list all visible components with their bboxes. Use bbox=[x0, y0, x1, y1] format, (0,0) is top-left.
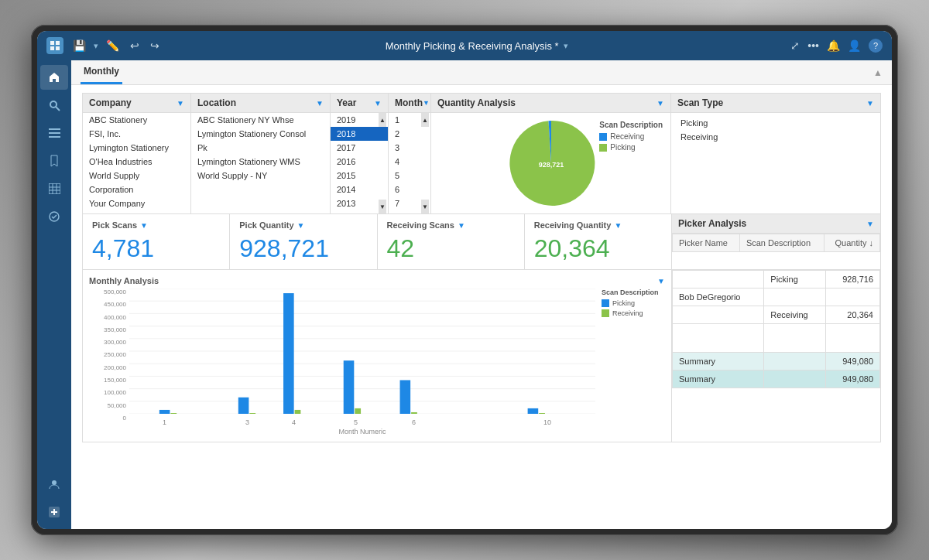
y-label-150k: 150,000 bbox=[89, 377, 126, 384]
topbar-tools: 💾 ▾ ✏️ ↩ ↪ bbox=[70, 38, 163, 53]
month-filter-header: Month ▼ bbox=[389, 94, 430, 113]
edit-btn[interactable]: ✏️ bbox=[103, 38, 122, 53]
location-item-3[interactable]: Lymington Stationery WMS bbox=[191, 155, 330, 169]
topbar-left: 💾 ▾ ✏️ ↩ ↪ bbox=[46, 37, 163, 54]
month-scroll-up[interactable]: ▲ bbox=[421, 113, 429, 127]
sidebar-item-table[interactable] bbox=[40, 176, 68, 201]
sidebar-item-add[interactable] bbox=[40, 500, 68, 524]
pick-qty-filter[interactable]: ▼ bbox=[297, 221, 305, 230]
redo-btn[interactable]: ↪ bbox=[147, 38, 163, 53]
y-label-500k: 500,000 bbox=[89, 289, 126, 295]
help-icon[interactable]: ? bbox=[869, 39, 883, 53]
legend-receiving: Receiving bbox=[599, 132, 663, 141]
more-icon[interactable]: ••• bbox=[807, 39, 819, 52]
recv-qty-title: Receiving Quantity ▼ bbox=[534, 220, 662, 230]
topbar-right: ⤢ ••• 🔔 👤 ? bbox=[790, 39, 883, 53]
svg-rect-9 bbox=[49, 183, 60, 194]
undo-btn[interactable]: ↩ bbox=[127, 38, 142, 53]
month-item-3[interactable]: 3 bbox=[389, 141, 430, 155]
company-item-6[interactable]: Your Company bbox=[83, 196, 190, 210]
scan-desc-label: Scan Description bbox=[599, 121, 663, 129]
company-item-1[interactable]: FSI, Inc. bbox=[83, 127, 190, 141]
qty-analysis-filter-icon[interactable]: ▼ bbox=[656, 99, 664, 108]
qty-analysis-label: Quantity Analysis bbox=[437, 97, 516, 108]
picker-analysis-filter-icon[interactable]: ▼ bbox=[866, 220, 874, 228]
company-item-3[interactable]: O'Hea Industries bbox=[83, 155, 190, 169]
recv-qty-filter[interactable]: ▼ bbox=[614, 221, 622, 230]
title-dropdown-icon[interactable]: ▾ bbox=[564, 41, 568, 51]
location-label: Location bbox=[197, 97, 236, 108]
sidebar-item-list[interactable] bbox=[40, 121, 68, 145]
x-label-4: 4 bbox=[292, 418, 296, 426]
sidebar-item-user-profile[interactable] bbox=[40, 472, 68, 497]
location-item-1[interactable]: Lymington Stationery Consol bbox=[191, 127, 330, 141]
month-scroll-down[interactable]: ▼ bbox=[421, 200, 429, 213]
month-item-2[interactable]: 2 bbox=[389, 127, 430, 141]
save-arrow[interactable]: ▾ bbox=[94, 41, 98, 51]
company-item-0[interactable]: ABC Stationery bbox=[83, 113, 190, 127]
x-label-1: 1 bbox=[163, 418, 166, 426]
year-item-2015[interactable]: 2015 bbox=[331, 169, 388, 183]
picker-row-1: Bob DeGregorio bbox=[673, 289, 880, 306]
monthly-analysis-section: Monthly Analysis ▼ 500,000 450,000 400,0… bbox=[82, 269, 672, 442]
company-item-2[interactable]: Lymington Stationery bbox=[83, 141, 190, 155]
recv-scans-filter[interactable]: ▼ bbox=[458, 221, 465, 230]
picker-name-0 bbox=[673, 271, 764, 289]
month-item-6[interactable]: 6 bbox=[389, 183, 430, 196]
bar-m5-picking bbox=[344, 360, 355, 414]
user-icon[interactable]: 👤 bbox=[848, 39, 861, 52]
bell-icon[interactable]: 🔔 bbox=[827, 39, 840, 52]
qty-legend: Scan Description Receiving Picking bbox=[599, 121, 663, 152]
year-item-2016[interactable]: 2016 bbox=[331, 155, 388, 169]
y-label-300k: 300,000 bbox=[89, 339, 126, 346]
expand-icon[interactable]: ⤢ bbox=[790, 39, 800, 52]
chart-area: 1 3 4 5 6 10 Month Numeric bbox=[129, 289, 595, 435]
scan-type-picking[interactable]: Picking bbox=[671, 116, 880, 130]
scan-type-filter-icon[interactable]: ▼ bbox=[866, 99, 874, 108]
picker-summary2-name: Summary bbox=[673, 370, 764, 388]
company-filter-icon[interactable]: ▼ bbox=[177, 99, 184, 108]
chart-right-panel: Scan Description Picking Receiving bbox=[595, 289, 665, 435]
location-filter: Location ▼ ABC Stationery NY Whse Lyming… bbox=[191, 94, 331, 213]
picker-col-name: Picker Name bbox=[673, 234, 740, 252]
kpi-picker-row: Pick Scans ▼ 4,781 Pick Quantity ▼ bbox=[82, 213, 881, 270]
sidebar-item-home[interactable] bbox=[40, 65, 68, 90]
year-scroll-up[interactable]: ▲ bbox=[379, 113, 386, 127]
tab-monthly[interactable]: Monthly bbox=[81, 60, 122, 84]
y-label-200k: 200,000 bbox=[89, 364, 126, 371]
picker-spacer-3 bbox=[673, 324, 764, 353]
topbar-center: Monthly Picking & Receiving Analysis * ▾ bbox=[163, 40, 790, 52]
year-filter-icon[interactable]: ▼ bbox=[374, 99, 382, 108]
year-item-2017[interactable]: 2017 bbox=[331, 141, 388, 155]
pick-scans-filter[interactable]: ▼ bbox=[140, 221, 148, 230]
year-item-2018[interactable]: 2018 bbox=[331, 127, 388, 141]
qty-pie-chart: 928,721 bbox=[505, 117, 598, 210]
company-item-5[interactable]: Corporation bbox=[83, 183, 190, 196]
company-item-4[interactable]: World Supply bbox=[83, 169, 190, 183]
scan-type-receiving[interactable]: Receiving bbox=[671, 130, 880, 144]
picker-col-qty: Quantity ↓ bbox=[824, 234, 879, 252]
year-scroll-down[interactable]: ▼ bbox=[379, 200, 386, 213]
month-item-5[interactable]: 5 bbox=[389, 169, 430, 183]
location-item-2[interactable]: Pk bbox=[191, 141, 330, 155]
sidebar-item-search[interactable] bbox=[40, 93, 68, 118]
monthly-filter-icon[interactable]: ▼ bbox=[657, 277, 665, 285]
qty-pie-container: 928,721 Scan Description Receiving bbox=[431, 113, 670, 213]
sidebar-item-bookmark[interactable] bbox=[40, 149, 68, 173]
collapse-button[interactable]: ▲ bbox=[873, 67, 883, 78]
bar-m10-picking bbox=[528, 408, 539, 414]
screen: 💾 ▾ ✏️ ↩ ↪ Monthly Picking & Receiving A… bbox=[37, 31, 892, 529]
y-label-100k: 100,000 bbox=[89, 389, 126, 396]
picker-row-summary1: Summary 949,080 bbox=[673, 353, 880, 370]
location-item-4[interactable]: World Supply - NY bbox=[191, 169, 330, 183]
save-btn[interactable]: 💾 bbox=[70, 38, 89, 53]
location-filter-icon[interactable]: ▼ bbox=[316, 99, 324, 108]
month-filter-icon[interactable]: ▼ bbox=[423, 99, 430, 107]
month-item-4[interactable]: 4 bbox=[389, 155, 430, 169]
year-item-2014[interactable]: 2014 bbox=[331, 183, 388, 196]
scan-type-list: Picking Receiving bbox=[671, 113, 880, 147]
picker-summary2-scan bbox=[764, 370, 826, 388]
location-item-0[interactable]: ABC Stationery NY Whse bbox=[191, 113, 330, 127]
sidebar-item-check[interactable] bbox=[40, 204, 68, 229]
receiving-legend-label: Receiving bbox=[610, 132, 644, 141]
